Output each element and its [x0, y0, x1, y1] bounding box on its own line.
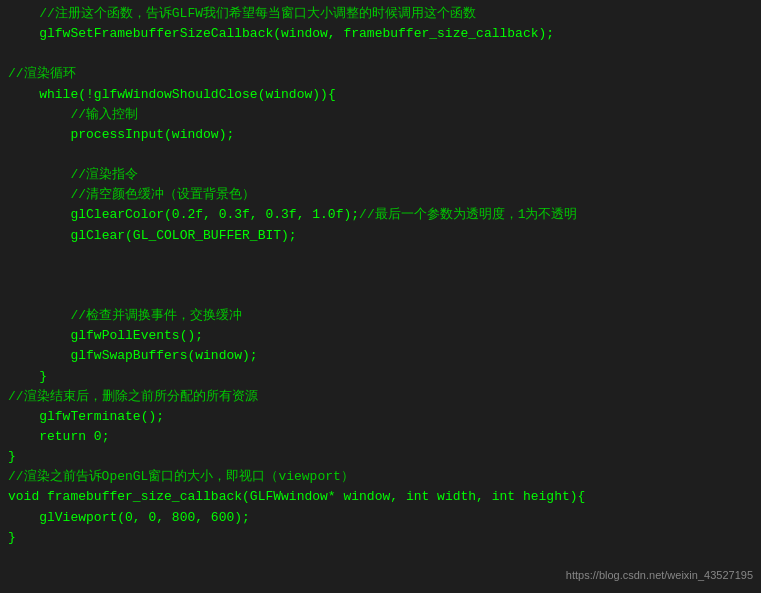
code-line-26: glViewport(0, 0, 800, 600); — [0, 508, 761, 528]
code-line-2: glfwSetFramebufferSizeCallback(window, f… — [0, 24, 761, 44]
code-text: glClear(GL_COLOR_BUFFER_BIT); — [70, 228, 296, 243]
code-text: } — [8, 449, 16, 464]
code-line-3 — [0, 44, 761, 64]
code-line-24: //渲染之前告诉OpenGL窗口的大小，即视口（viewport） — [0, 467, 761, 487]
code-text: glfwSetFramebufferSizeCallback(window, f… — [8, 26, 554, 41]
code-line-11: glClearColor(0.2f, 0.3f, 0.3f, 1.0f);//最… — [0, 205, 761, 225]
code-line-22: return 0; — [0, 427, 761, 447]
keyword-return: return — [39, 429, 86, 444]
code-text: width, — [429, 489, 491, 504]
keyword-while: while — [39, 87, 78, 102]
code-line-8 — [0, 145, 761, 165]
code-line-7: processInput(window); — [0, 125, 761, 145]
code-text: (!glfwWindowShouldClose(window)){ — [78, 87, 335, 102]
code-text: glViewport(0, 0, 800, 600); — [39, 510, 250, 525]
code-line-19: } — [0, 367, 761, 387]
code-text: framebuffer_size_callback(GLFWwindow* wi… — [39, 489, 406, 504]
code-line-12: glClear(GL_COLOR_BUFFER_BIT); — [0, 226, 761, 246]
code-line-4: //渲染循环 — [0, 64, 761, 84]
code-line-18: glfwSwapBuffers(window); — [0, 346, 761, 366]
code-line-20: //渲染结束后，删除之前所分配的所有资源 — [0, 387, 761, 407]
comment: //注册这个函数，告诉GLFW我们希望每当窗口大小调整的时候调用这个函数 — [8, 6, 476, 21]
code-line-10: //清空颜色缓冲（设置背景色） — [0, 185, 761, 205]
code-text: } — [8, 530, 16, 545]
code-line-27: } — [0, 528, 761, 548]
code-text: height){ — [515, 489, 585, 504]
code-line-14 — [0, 266, 761, 286]
code-line-15 — [0, 286, 761, 306]
keyword-int1: int — [406, 489, 429, 504]
comment: //渲染结束后，删除之前所分配的所有资源 — [8, 389, 258, 404]
comment: //渲染指令 — [70, 167, 138, 182]
comment: //输入控制 — [70, 107, 138, 122]
code-text: } — [39, 369, 47, 384]
code-text: 0; — [86, 429, 109, 444]
code-line-9: //渲染指令 — [0, 165, 761, 185]
keyword-void: void — [8, 489, 39, 504]
code-text: glfwPollEvents(); — [70, 328, 203, 343]
code-editor: //注册这个函数，告诉GLFW我们希望每当窗口大小调整的时候调用这个函数 glf… — [0, 0, 761, 593]
code-text: glfwSwapBuffers(window); — [70, 348, 257, 363]
code-line-13 — [0, 246, 761, 266]
comment: //渲染循环 — [8, 66, 76, 81]
code-text: glfwTerminate(); — [39, 409, 164, 424]
comment: //渲染之前告诉OpenGL窗口的大小，即视口（viewport） — [8, 469, 354, 484]
code-line-25: void framebuffer_size_callback(GLFWwindo… — [0, 487, 761, 507]
keyword-int2: int — [492, 489, 515, 504]
comment: //清空颜色缓冲（设置背景色） — [70, 187, 255, 202]
code-line-21: glfwTerminate(); — [0, 407, 761, 427]
code-line-16: //检查并调换事件，交换缓冲 — [0, 306, 761, 326]
code-line-6: //输入控制 — [0, 105, 761, 125]
comment: //最后一个参数为透明度，1为不透明 — [359, 207, 577, 222]
code-line-23: } — [0, 447, 761, 467]
comment: //检查并调换事件，交换缓冲 — [70, 308, 242, 323]
code-line-17: glfwPollEvents(); — [0, 326, 761, 346]
code-line-1: //注册这个函数，告诉GLFW我们希望每当窗口大小调整的时候调用这个函数 — [0, 4, 761, 24]
code-line-5: while(!glfwWindowShouldClose(window)){ — [0, 85, 761, 105]
code-text: processInput(window); — [70, 127, 234, 142]
watermark: https://blog.csdn.net/weixin_43527195 — [566, 567, 753, 585]
code-text: glClearColor(0.2f, 0.3f, 0.3f, 1.0f); — [70, 207, 359, 222]
